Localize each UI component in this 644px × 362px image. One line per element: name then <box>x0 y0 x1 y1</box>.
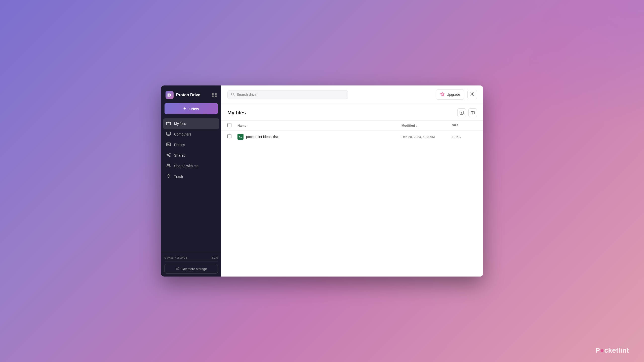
apps-grid-icon[interactable] <box>212 93 217 97</box>
sidebar-item-photos[interactable]: Photos <box>163 140 219 150</box>
col-size-header[interactable]: Size <box>452 123 477 128</box>
file-area: My files <box>221 104 483 277</box>
upload-folder-icon <box>471 111 475 115</box>
file-size: 10 KB <box>452 135 477 139</box>
select-all-checkbox-cell <box>227 123 237 128</box>
plus-icon: + <box>183 106 186 111</box>
sidebar-item-photos-label: Photos <box>174 143 185 147</box>
sidebar-item-shared-label: Shared <box>174 153 185 157</box>
photos-icon <box>166 142 171 148</box>
file-header-actions <box>457 108 477 117</box>
file-name-cell: XL pocket-lint ideas.xlsx <box>237 134 401 140</box>
shared-with-me-icon <box>166 163 171 169</box>
excel-file-icon: XL <box>237 134 244 140</box>
select-all-checkbox[interactable] <box>227 123 231 127</box>
storage-info: 0 bytes / 2.00 GB 5.2.0 <box>165 256 218 259</box>
svg-point-8 <box>168 164 169 165</box>
new-button[interactable]: + + New <box>165 103 218 114</box>
shared-icon <box>166 153 171 158</box>
get-more-storage-label: Get more storage <box>181 267 207 271</box>
logo-area: Proton Drive <box>166 91 200 99</box>
sidebar-header: Proton Drive <box>161 85 221 103</box>
upload-file-button[interactable] <box>457 108 466 117</box>
sidebar-item-trash-label: Trash <box>174 174 183 178</box>
table-row[interactable]: XL pocket-lint ideas.xlsx Dec 20, 2024, … <box>221 131 483 143</box>
new-button-label: + New <box>188 107 199 111</box>
sidebar-item-computers-label: Computers <box>174 132 191 136</box>
storage-version: 5.2.0 <box>212 256 218 259</box>
upgrade-label: Upgrade <box>447 93 460 97</box>
toolbar-actions: Upgrade <box>436 89 477 100</box>
table-header: Name Modified ↓ Size <box>221 121 483 131</box>
app-title: Proton Drive <box>176 93 200 97</box>
file-row-checkbox[interactable] <box>227 134 231 138</box>
get-more-storage-button[interactable]: Get more storage <box>165 264 218 274</box>
upgrade-button[interactable]: Upgrade <box>436 89 464 100</box>
file-header: My files <box>221 104 483 121</box>
svg-rect-0 <box>166 91 174 99</box>
upload-folder-button[interactable] <box>468 108 477 117</box>
sidebar-item-shared-with-me-label: Shared with me <box>174 164 198 168</box>
upgrade-icon <box>440 92 445 97</box>
storage-bar <box>165 261 218 261</box>
proton-logo-icon <box>166 91 174 99</box>
watermark-dot: ● <box>600 346 604 354</box>
svg-rect-2 <box>167 132 171 135</box>
search-input[interactable] <box>237 93 344 97</box>
computers-icon <box>166 131 171 137</box>
settings-icon <box>470 92 474 98</box>
search-bar[interactable] <box>227 90 348 99</box>
storage-usage-text: 0 bytes / 2.00 GB <box>165 256 187 259</box>
app-window: Proton Drive + + New My files <box>161 85 483 277</box>
svg-point-11 <box>472 93 473 95</box>
row-checkbox-cell <box>227 134 237 139</box>
file-modified: Dec 20, 2024, 6:33 AM <box>401 135 452 139</box>
sidebar-item-shared[interactable]: Shared <box>163 150 219 161</box>
sidebar-item-computers[interactable]: Computers <box>163 129 219 140</box>
col-modified-header[interactable]: Modified ↓ <box>401 123 452 128</box>
sidebar-item-my-files-label: My files <box>174 122 186 126</box>
page-title: My files <box>227 110 246 116</box>
toolbar: Upgrade <box>221 85 483 104</box>
sidebar-item-my-files[interactable]: My files <box>163 118 219 129</box>
upload-file-icon <box>460 111 464 115</box>
cloud-icon <box>175 267 179 271</box>
sidebar-item-shared-with-me[interactable]: Shared with me <box>163 161 219 171</box>
trash-icon <box>166 174 171 179</box>
storage-area: 0 bytes / 2.00 GB 5.2.0 Get more storage <box>161 253 221 277</box>
settings-button[interactable] <box>467 90 477 99</box>
sidebar-item-trash[interactable]: Trash <box>163 171 219 182</box>
search-icon <box>231 93 235 97</box>
watermark: P●cketlint <box>595 346 629 354</box>
my-files-icon <box>166 121 171 126</box>
main-content: Upgrade My files <box>221 85 483 277</box>
nav-list: My files Computers <box>161 118 221 253</box>
col-name-header[interactable]: Name <box>237 123 401 128</box>
sidebar: Proton Drive + + New My files <box>161 85 221 277</box>
sort-arrow-icon: ↓ <box>416 124 417 127</box>
svg-point-9 <box>169 164 170 165</box>
file-name: pocket-lint ideas.xlsx <box>246 135 278 139</box>
